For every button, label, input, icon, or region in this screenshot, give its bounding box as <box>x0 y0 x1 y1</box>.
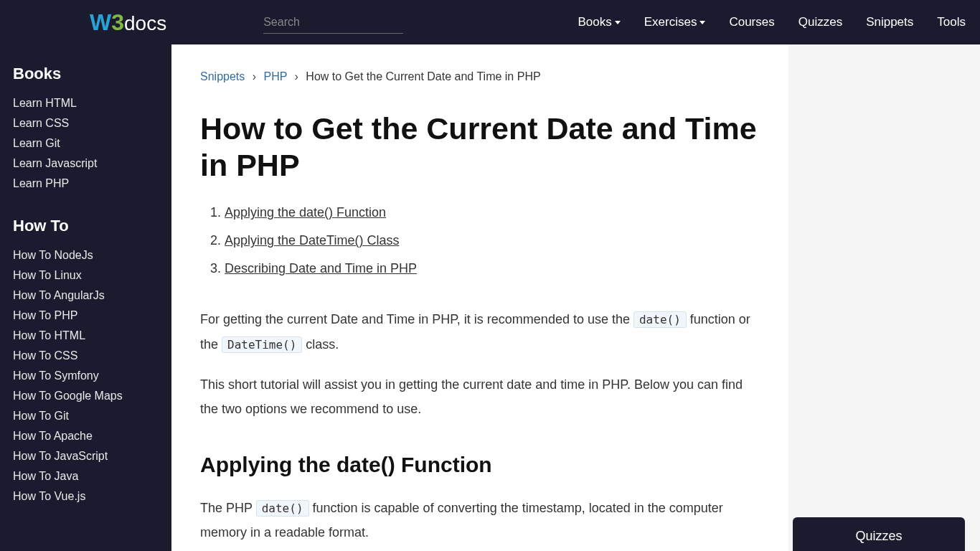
nav-exercises[interactable]: Exercises <box>644 15 706 29</box>
nav-snippets[interactable]: Snippets <box>866 15 913 29</box>
logo-3: 3 <box>111 9 124 36</box>
code-inline: date() <box>256 500 309 517</box>
page-title: How to Get the Current Date and Time in … <box>200 110 760 183</box>
sidebar-section-howto: How To How To NodeJs How To Linux How To… <box>13 217 159 507</box>
sidebar-item[interactable]: How To NodeJs <box>13 245 159 265</box>
breadcrumb-sep: › <box>295 70 298 83</box>
right-rail: Quizzes <box>788 44 979 551</box>
sidebar-item[interactable]: How To Google Maps <box>13 386 159 406</box>
search-wrap <box>263 11 403 34</box>
sidebar-item[interactable]: Learn PHP <box>13 174 159 194</box>
code-inline: DateTime() <box>222 336 302 353</box>
quizzes-card[interactable]: Quizzes <box>793 517 965 551</box>
toc-link[interactable]: Applying the DateTime() Class <box>225 233 399 248</box>
toc-item: Applying the DateTime() Class <box>225 227 760 255</box>
sidebar-heading: How To <box>13 217 159 235</box>
breadcrumb-link[interactable]: PHP <box>264 70 288 83</box>
header: W3docs Books Exercises Courses Quizzes S… <box>0 0 980 44</box>
nav-quizzes[interactable]: Quizzes <box>798 15 842 29</box>
chevron-down-icon <box>699 21 705 24</box>
sidebar-item[interactable]: How To PHP <box>13 306 159 326</box>
main: Snippets › PHP › How to Get the Current … <box>171 44 980 551</box>
sidebar: Books Learn HTML Learn CSS Learn Git Lea… <box>0 44 171 551</box>
quizzes-label: Quizzes <box>855 529 902 543</box>
paragraph: For getting the current Date and Time in… <box>200 307 760 356</box>
sidebar-item[interactable]: How To Apache <box>13 426 159 446</box>
paragraph: This short tutorial will assist you in g… <box>200 372 760 421</box>
sidebar-item[interactable]: How To HTML <box>13 326 159 346</box>
sidebar-item[interactable]: Learn HTML <box>13 93 159 113</box>
breadcrumb-link[interactable]: Snippets <box>200 70 245 83</box>
sidebar-item[interactable]: Learn Git <box>13 133 159 154</box>
article: Snippets › PHP › How to Get the Current … <box>171 44 788 551</box>
sidebar-item[interactable]: How To CSS <box>13 346 159 366</box>
layout: Books Learn HTML Learn CSS Learn Git Lea… <box>0 44 980 551</box>
sidebar-item[interactable]: How To JavaScript <box>13 446 159 466</box>
nav-tools[interactable]: Tools <box>937 15 966 29</box>
logo-docs: docs <box>124 12 166 35</box>
sidebar-item[interactable]: How To AngularJs <box>13 286 159 306</box>
nav-items: Books Exercises Courses Quizzes Snippets… <box>578 15 966 29</box>
sidebar-item[interactable]: How To Git <box>13 406 159 426</box>
toc-item: Describing Date and Time in PHP <box>225 255 760 283</box>
sidebar-heading: Books <box>13 65 159 83</box>
logo-w: W <box>90 9 111 36</box>
sidebar-item[interactable]: Learn CSS <box>13 113 159 133</box>
sidebar-item[interactable]: How To Symfony <box>13 366 159 386</box>
sidebar-section-books: Books Learn HTML Learn CSS Learn Git Lea… <box>13 65 159 194</box>
sidebar-item[interactable]: Learn Javascript <box>13 154 159 174</box>
logo[interactable]: W3docs <box>90 9 166 36</box>
nav-books[interactable]: Books <box>578 15 620 29</box>
toc-link[interactable]: Applying the date() Function <box>225 205 386 220</box>
paragraph: The PHP date() function is capable of co… <box>200 496 760 545</box>
chevron-down-icon <box>615 21 621 24</box>
sidebar-item[interactable]: How To Java <box>13 466 159 486</box>
section-heading: Applying the date() Function <box>200 453 760 477</box>
breadcrumb: Snippets › PHP › How to Get the Current … <box>200 70 760 83</box>
toc-item: Applying the date() Function <box>225 199 760 227</box>
sidebar-item[interactable]: How To Linux <box>13 265 159 286</box>
toc: Applying the date() Function Applying th… <box>200 199 760 283</box>
breadcrumb-sep: › <box>253 70 256 83</box>
search-input[interactable] <box>263 11 403 34</box>
breadcrumb-current: How to Get the Current Date and Time in … <box>306 70 540 83</box>
nav-courses[interactable]: Courses <box>729 15 774 29</box>
toc-link[interactable]: Describing Date and Time in PHP <box>225 261 417 276</box>
sidebar-item[interactable]: How To Vue.js <box>13 486 159 507</box>
code-inline: date() <box>633 311 687 328</box>
